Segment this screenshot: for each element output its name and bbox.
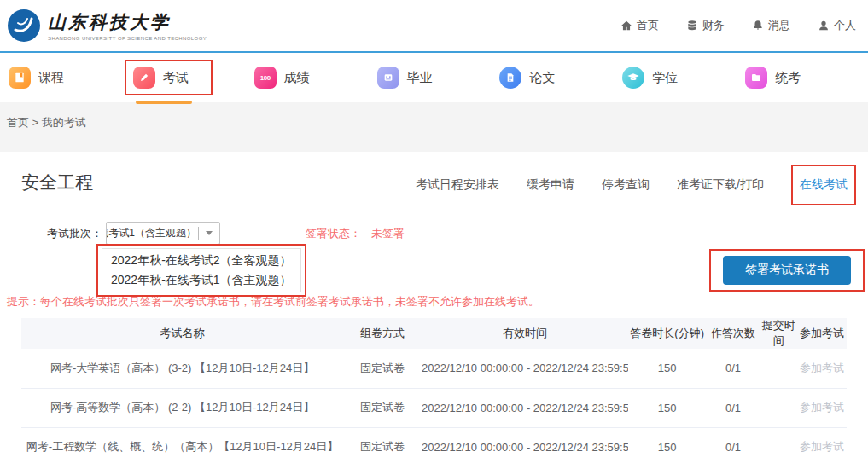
user-icon <box>818 20 830 32</box>
university-name-cn: 山东科技大学 <box>48 10 207 34</box>
tab-thesis-label: 论文 <box>529 70 555 86</box>
batch-option-1[interactable]: 2022年秋-在线考试2（全客观题） <box>102 251 300 270</box>
home-icon <box>620 20 632 32</box>
page-title: 安全工程 <box>21 171 93 194</box>
cell-attempts: 0/1 <box>707 388 760 427</box>
university-logo: 山东科技大学 SHANDONG UNIVERSITY OF SCIENCE AN… <box>7 9 207 43</box>
tab-unified-exam[interactable]: 统考 <box>745 53 868 102</box>
subtab-admission-ticket[interactable]: 准考证下载/打印 <box>677 177 764 193</box>
graduation-icon <box>377 67 399 89</box>
nav-messages[interactable]: 消息 <box>752 18 790 33</box>
nav-home[interactable]: 首页 <box>620 18 659 33</box>
col-duration: 答卷时长(分钟) <box>628 318 707 349</box>
university-name-en: SHANDONG UNIVERSITY OF SCIENCE AND TECHN… <box>48 36 207 41</box>
active-tab-underline <box>136 101 192 104</box>
batch-row: 考试批次： 秋-在线考试1（含主观题） 签署状态： 未签署 <box>0 205 868 245</box>
cell-paper-method: 固定试卷 <box>343 427 422 463</box>
table-row: 网考-工程数学（线、概、统）（高本）【12月10日-12月24日】 固定试卷 2… <box>21 427 847 463</box>
sign-commitment-button[interactable]: 签署考试承诺书 <box>723 256 851 285</box>
nav-home-label: 首页 <box>637 18 659 33</box>
tab-degree-label: 学位 <box>652 70 678 86</box>
degree-icon <box>622 67 644 89</box>
title-row: 安全工程 考试日程安排表 缓考申请 停考查询 准考证下载/打印 在线考试 <box>0 152 868 205</box>
cell-exam-name: 网考-工程数学（线、概、统）（高本）【12月10日-12月24日】 <box>21 427 343 463</box>
thesis-icon <box>499 67 521 89</box>
nav-profile-label: 个人 <box>834 18 856 33</box>
sign-status: 签署状态： 未签署 <box>306 226 405 241</box>
tab-exams[interactable]: 考试 <box>131 53 254 102</box>
exam-sub-tabs: 考试日程安排表 缓考申请 停考查询 准考证下载/打印 在线考试 <box>416 177 856 194</box>
join-exam-link[interactable]: 参加考试 <box>800 362 844 374</box>
subtab-exam-suspension[interactable]: 停考查询 <box>602 177 650 193</box>
main-nav: 课程 考试 100 成绩 毕业 论文 学位 <box>0 53 868 102</box>
cell-valid-time: 2022/12/10 00:00:00 - 2022/12/24 23:59:5… <box>422 349 628 388</box>
notice-text: 提示：每个在线考试批次只签署一次考试承诺书，请在考试前签署考试承诺书，未签署不允… <box>0 294 868 318</box>
batch-options-dropdown: 2022年秋-在线考试2（全客观题） 2022年秋-在线考试1（含主观题） <box>102 248 301 292</box>
subtab-online-exam[interactable]: 在线考试 <box>791 165 856 205</box>
highlight-box-sign-button: 签署考试承诺书 <box>709 249 865 292</box>
tab-thesis[interactable]: 论文 <box>499 53 622 102</box>
nav-finance[interactable]: 财务 <box>686 18 725 33</box>
grades-100-badge: 100 <box>260 74 271 82</box>
breadcrumb-home[interactable]: 首页 <box>7 116 29 129</box>
tab-grades-label: 成绩 <box>284 70 310 86</box>
col-submit-time: 提交时间 <box>760 318 797 349</box>
cell-valid-time: 2022/12/10 00:00:00 - 2022/12/24 23:59:5… <box>422 388 628 427</box>
table-row: 网考-大学英语（高本） (3-2) 【12月10日-12月24日】 固定试卷 2… <box>21 349 847 388</box>
nav-finance-label: 财务 <box>702 18 725 33</box>
cell-valid-time: 2022/12/10 00:00:00 - 2022/12/24 23:59:5… <box>422 427 628 463</box>
col-paper-method: 组卷方式 <box>343 318 422 349</box>
breadcrumb-separator: > <box>32 116 39 129</box>
utility-nav: 首页 财务 消息 个人 <box>620 18 856 33</box>
batch-option-2[interactable]: 2022年秋-在线考试1（含主观题） <box>102 270 300 290</box>
grades-icon: 100 <box>254 67 277 89</box>
cell-submit-time <box>760 388 797 427</box>
exam-table-wrap: 考试名称 组卷方式 有效时间 答卷时长(分钟) 作答次数 提交时间 参加考试 网… <box>0 318 868 463</box>
batch-select[interactable]: 秋-在线考试1（含主观题） <box>106 222 220 245</box>
subtab-deferred-exam[interactable]: 缓考申请 <box>527 177 574 193</box>
cell-duration: 150 <box>628 388 707 427</box>
col-valid-time: 有效时间 <box>422 318 628 349</box>
tab-graduation[interactable]: 毕业 <box>377 53 500 102</box>
breadcrumb: 首页 > 我的考试 <box>0 102 868 152</box>
highlight-box-batch-options: 2022年秋-在线考试2（全客观题） 2022年秋-在线考试1（含主观题） <box>96 244 306 297</box>
finance-icon <box>686 20 698 32</box>
sign-status-value: 未签署 <box>371 226 405 241</box>
table-row: 网考-高等数学（高本） (2-2) 【12月10日-12月24日】 固定试卷 2… <box>21 388 847 427</box>
join-exam-link[interactable]: 参加考试 <box>800 440 844 453</box>
nav-profile[interactable]: 个人 <box>818 18 856 33</box>
bell-icon <box>752 20 764 32</box>
breadcrumb-current: 我的考试 <box>42 116 86 129</box>
courses-icon <box>9 67 31 89</box>
tab-unified-exam-label: 统考 <box>775 70 801 86</box>
table-header-row: 考试名称 组卷方式 有效时间 答卷时长(分钟) 作答次数 提交时间 参加考试 <box>21 318 847 349</box>
tab-exams-label: 考试 <box>163 70 189 86</box>
top-header: 山东科技大学 SHANDONG UNIVERSITY OF SCIENCE AN… <box>0 0 868 53</box>
cell-paper-method: 固定试卷 <box>343 388 422 427</box>
highlight-box-exam-tab: 考试 <box>125 60 213 95</box>
batch-section: 考试批次： 秋-在线考试1（含主观题） 签署状态： 未签署 2022年秋-在线考… <box>0 205 868 294</box>
col-exam-name: 考试名称 <box>21 318 343 349</box>
cell-duration: 150 <box>628 427 707 463</box>
tab-courses[interactable]: 课程 <box>9 53 131 102</box>
batch-label: 考试批次： <box>47 226 102 241</box>
cell-attempts: 0/1 <box>707 349 760 388</box>
cell-exam-name: 网考-高等数学（高本） (2-2) 【12月10日-12月24日】 <box>21 388 343 427</box>
tab-grades[interactable]: 100 成绩 <box>254 53 377 102</box>
sign-status-label: 签署状态： <box>306 226 361 241</box>
tab-degree[interactable]: 学位 <box>622 53 745 102</box>
cell-exam-name: 网考-大学英语（高本） (3-2) 【12月10日-12月24日】 <box>21 349 343 388</box>
join-exam-link[interactable]: 参加考试 <box>800 401 844 414</box>
col-join-exam: 参加考试 <box>797 318 847 349</box>
tab-courses-label: 课程 <box>38 70 64 86</box>
university-emblem-icon <box>7 9 41 43</box>
cell-duration: 150 <box>628 349 707 388</box>
cell-attempts: 0/1 <box>707 427 760 463</box>
content-card: 安全工程 考试日程安排表 缓考申请 停考查询 准考证下载/打印 在线考试 考试批… <box>0 152 868 463</box>
cell-submit-time <box>760 349 797 388</box>
exam-icon <box>133 67 155 89</box>
subtab-exam-schedule[interactable]: 考试日程安排表 <box>416 177 499 193</box>
chevron-down-icon[interactable] <box>199 231 219 235</box>
unified-exam-icon <box>745 67 767 89</box>
tab-graduation-label: 毕业 <box>407 70 433 86</box>
